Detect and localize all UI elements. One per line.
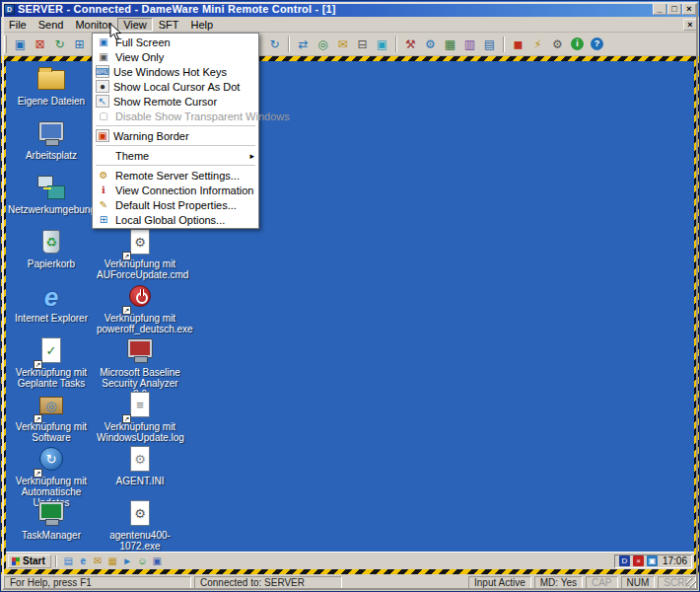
toolbar-grip[interactable] <box>4 36 7 53</box>
desktop-icon-internet-explorer[interactable]: eInternet Explorer <box>8 282 95 336</box>
quick-launch: ▤e✉▦►☺▣ <box>61 555 165 568</box>
remote-server-settings-icon: ⚙ <box>96 169 111 183</box>
desktop-icon-label: Netzwerkumgebung <box>8 204 95 215</box>
view-menu-item-view-only[interactable]: ▣View Only <box>94 49 257 64</box>
info-icon-glyph: i <box>571 37 584 50</box>
file-transfer-icon[interactable]: ⇄ <box>294 35 313 53</box>
desktop-icon-geplante-tasks[interactable]: ✓↗Verknüpfung mit Geplante Tasks <box>8 336 95 391</box>
windows-flag-icon <box>12 557 20 565</box>
view-menu-item-use-windows-hot-keys[interactable]: ⌨Use Windows Hot Keys <box>94 64 257 79</box>
agentenu-exe-icon: ⚙ <box>124 499 156 529</box>
explorer-icon[interactable]: ▦ <box>105 555 120 568</box>
toolbar-separator <box>288 37 290 52</box>
help-icon[interactable]: ? <box>588 35 606 53</box>
desktop-icon-arbeitsplatz[interactable]: Arbeitsplatz <box>8 119 95 174</box>
host-properties-icon: ✎ <box>96 198 111 212</box>
wake-on-lan-icon[interactable]: ⚡ <box>528 35 547 53</box>
title-bar[interactable]: D SERVER - Connected - DameWare Mini Rem… <box>1 1 699 17</box>
tools-icon[interactable]: ⚒ <box>401 35 420 53</box>
software-glyph: ◎ <box>39 397 63 414</box>
view-menu-item-remote-server-settings[interactable]: ⚙Remote Server Settings... <box>94 168 257 183</box>
view-menu-item-local-global-options[interactable]: ⊞Local Global Options... <box>94 212 257 227</box>
word-icon[interactable]: ▣ <box>150 555 165 568</box>
view-menu-item-theme[interactable]: Theme▸ <box>94 148 257 163</box>
event-log-icon[interactable]: ▤ <box>480 35 499 53</box>
child-close-button[interactable]: × <box>683 19 697 31</box>
view-menu-item-show-local-cursor-as-dot[interactable]: ●Show Local Cursor As Dot <box>94 79 257 94</box>
poweroff-deutsch-icon: ↗ <box>124 282 156 312</box>
view-menu-item-warning-border[interactable]: ▣Warning Border <box>94 128 257 143</box>
view-menu-item-view-connection-information[interactable]: ℹView Connection Information <box>94 183 257 197</box>
dameware-tray-icon[interactable]: D <box>619 555 630 566</box>
registry-icon-glyph: ▦ <box>445 38 455 50</box>
refresh-icon[interactable]: ↻ <box>265 35 284 53</box>
toolbar-separator <box>395 37 397 52</box>
processes-icon-glyph: ▥ <box>464 38 475 50</box>
outlook-icon[interactable]: ✉ <box>91 555 105 568</box>
show-desktop-icon[interactable]: ▤ <box>61 555 76 568</box>
papierkorb-glyph: ♻ <box>42 230 60 254</box>
local-cursor-dot-icon: ● <box>96 80 109 93</box>
messenger-icon[interactable]: ☺ <box>135 555 150 568</box>
disconnect-icon[interactable]: ⊠ <box>31 35 49 53</box>
connect-icon[interactable]: ▣ <box>11 35 30 53</box>
reconnect-icon[interactable]: ↻ <box>50 35 69 53</box>
print-screen-icon-glyph: ⊟ <box>357 38 367 50</box>
resize-grip[interactable] <box>686 578 697 589</box>
view-menu-item-show-remote-cursor[interactable]: ↖Show Remote Cursor <box>94 94 257 109</box>
taskmanager-glyph <box>38 501 64 521</box>
settings-icon[interactable]: ⚙ <box>548 35 567 53</box>
desktop-icon-taskmanager[interactable]: TaskManager <box>8 499 95 554</box>
menu-help[interactable]: Help <box>185 18 220 32</box>
print-screen-icon[interactable]: ⊟ <box>353 35 372 53</box>
reconnect-icon-glyph: ↻ <box>54 38 64 50</box>
clock: 17:06 <box>663 555 687 566</box>
poweroff-deutsch-glyph <box>129 285 151 307</box>
minimize-button[interactable]: _ <box>653 3 666 15</box>
menu-sft[interactable]: SFT <box>153 18 185 32</box>
internet-explorer-icon[interactable]: e <box>76 555 91 568</box>
menu-send[interactable]: Send <box>33 18 70 32</box>
view-only-icon: ▣ <box>96 50 111 64</box>
view-menu-item-default-host-properties[interactable]: ✎Default Host Properties... <box>94 197 257 212</box>
desktop-icon-windowsupdate-log[interactable]: ≡↗Verknüpfung mit WindowsUpdate.log <box>97 391 183 445</box>
desktop-icon-papierkorb[interactable]: ♻Papierkorb <box>8 228 95 282</box>
restore-button[interactable]: □ <box>667 3 681 15</box>
menu-item-label: Local Global Options... <box>115 214 254 226</box>
remote-computers-icon[interactable]: ▣ <box>373 35 391 53</box>
mail-icon[interactable]: ✉ <box>333 35 352 53</box>
menu-file[interactable]: File <box>3 18 33 32</box>
media-player-icon[interactable]: ► <box>120 555 135 568</box>
agent-ini-icon: ⚙ <box>124 445 156 475</box>
desktop-icon-netzwerkumgebung[interactable]: Netzwerkumgebung <box>8 174 95 228</box>
desktop-icon-poweroff-deutsch[interactable]: ↗Verknüpfung mit poweroff_deutsch.exe <box>97 282 183 336</box>
connection-information-icon: ℹ <box>96 184 111 197</box>
window-title: SERVER - Connected - DameWare Mini Remot… <box>18 3 649 15</box>
close-button[interactable]: × <box>682 3 696 15</box>
desktop-icon-agent-ini[interactable]: ⚙AGENT.INI <box>97 445 183 499</box>
desktop-icon-auforceupdate-cmd[interactable]: ⚙↗Verknüpfung mit AUForceUpdate.cmd <box>97 228 183 282</box>
desktop-icon-mbsa[interactable]: Microsoft Baseline Security Analyzer 2.0 <box>97 336 183 391</box>
full-screen-icon[interactable]: ⊞ <box>70 35 89 53</box>
start-button[interactable]: Start <box>8 555 51 568</box>
desktop-icon-software[interactable]: ◎↗Verknüpfung mit Software <box>8 391 95 445</box>
display-tray-icon[interactable]: ▣ <box>647 555 658 566</box>
menu-bar: FileSendMonitorViewSFTHelp × <box>1 17 699 33</box>
menu-monitor[interactable]: Monitor <box>69 18 117 32</box>
desktop-icon-agentenu-exe[interactable]: ⚙agentenu400-1072.exe <box>97 499 183 554</box>
processes-icon[interactable]: ▥ <box>460 35 479 53</box>
agentenu-exe-glyph: ⚙ <box>130 500 150 526</box>
mbsa-glyph <box>127 338 153 358</box>
info-icon[interactable]: i <box>568 35 587 53</box>
registry-icon[interactable]: ▦ <box>441 35 459 53</box>
view-menu-item-full-screen[interactable]: ▣Full Screen <box>94 35 257 49</box>
status-connection: Connected to: SERVER <box>194 576 342 589</box>
browse-network-icon[interactable]: ◎ <box>314 35 332 53</box>
menu-view[interactable]: View <box>117 18 153 32</box>
shutdown-icon[interactable]: ◼ <box>509 35 527 53</box>
desktop-icon-label: Verknüpfung mit Geplante Tasks <box>8 367 95 389</box>
services-icon[interactable]: ⚙ <box>421 35 440 53</box>
desktop-icon-eigene-dateien[interactable]: Eigene Dateien <box>8 65 95 119</box>
alert-tray-icon[interactable]: × <box>633 555 644 566</box>
desktop-icon-automatische-updates[interactable]: ↻↗Verknüpfung mit Automatische Updates <box>8 445 95 499</box>
